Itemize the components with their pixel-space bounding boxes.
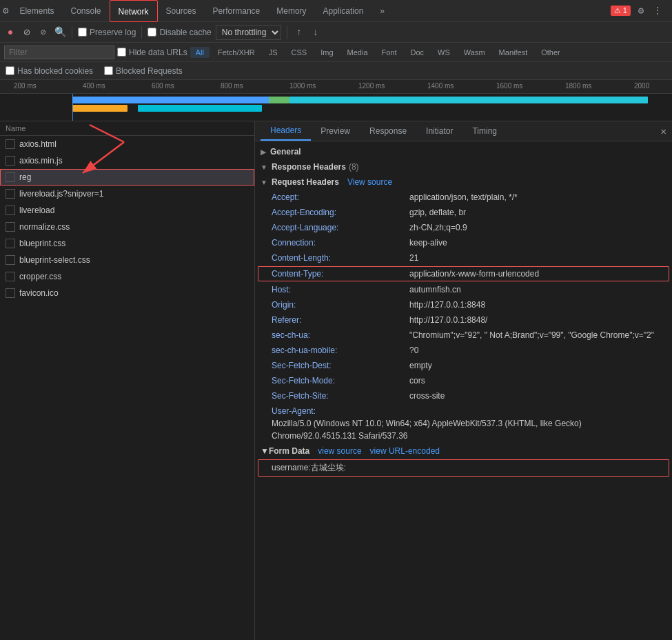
more-options-icon[interactable]: ⋮ <box>651 5 664 17</box>
file-row[interactable]: blueprint-select.css <box>0 252 254 268</box>
blocked-requests-label[interactable]: Blocked Requests <box>104 66 183 76</box>
tab-memory[interactable]: Memory <box>268 0 314 22</box>
blocked-requests-checkbox[interactable] <box>104 66 113 75</box>
file-row-reg[interactable]: reg <box>0 169 254 186</box>
file-list-header: Name <box>0 121 254 136</box>
file-checkbox[interactable] <box>6 272 15 281</box>
details-tab-preview[interactable]: Preview <box>311 122 360 140</box>
hide-data-urls-label[interactable]: Hide data URLs <box>117 48 187 57</box>
form-data-view-source[interactable]: view source <box>318 446 361 456</box>
preserve-log-label[interactable]: Preserve log <box>78 28 136 37</box>
filter-tab-all[interactable]: All <box>190 47 210 58</box>
details-tab-initiator[interactable]: Initiator <box>416 122 462 140</box>
file-checkbox[interactable] <box>6 255 15 265</box>
request-headers-section-header[interactable]: ▼ Request Headers View source <box>255 174 672 190</box>
disable-cache-checkbox[interactable] <box>147 28 156 37</box>
mark-1800: 1800 ms <box>565 82 591 90</box>
file-checkbox[interactable] <box>6 172 15 182</box>
timeline-bar-orange <box>72 105 128 112</box>
tab-performance[interactable]: Performance <box>205 0 269 22</box>
file-checkbox[interactable] <box>6 288 15 298</box>
form-data-view-url-encoded[interactable]: view URL-encoded <box>370 446 440 456</box>
network-toolbar: ● ⊘ ⊘ 🔍 Preserve log Disable cache No th… <box>0 22 672 43</box>
response-headers-section-header[interactable]: ▼ Response Headers (8) <box>255 159 672 174</box>
section-arrow: ▶ <box>261 148 266 156</box>
filter-tab-media[interactable]: Media <box>342 47 374 58</box>
header-row-referer: Referer: http://127.0.0.1:8848/ <box>255 312 672 328</box>
tab-more[interactable]: » <box>371 0 393 22</box>
view-source-link[interactable]: View source <box>347 177 392 187</box>
file-row[interactable]: favicon.ico <box>0 285 254 301</box>
upload-icon[interactable]: ↑ <box>293 26 305 39</box>
clear-button[interactable]: ⊘ <box>21 26 33 39</box>
timeline-container[interactable]: 200 ms 400 ms 600 ms 800 ms 1000 ms 1200… <box>0 80 672 121</box>
file-checkbox[interactable] <box>6 222 15 232</box>
header-row-user-agent: User-Agent: Mozilla/5.0 (Windows NT 10.0… <box>255 403 672 443</box>
filter-tab-js[interactable]: JS <box>263 47 283 58</box>
file-checkbox[interactable] <box>6 156 15 166</box>
tab-sources[interactable]: Sources <box>158 0 205 22</box>
hide-data-urls-checkbox[interactable] <box>117 48 126 57</box>
filter-input[interactable] <box>4 46 114 59</box>
tab-elements[interactable]: Elements <box>11 0 62 22</box>
error-badge[interactable]: ⚠ 1 <box>611 6 631 16</box>
top-tab-bar: ⚙ Elements Console Network Sources Perfo… <box>0 0 672 22</box>
timeline-bar-blue <box>72 97 272 103</box>
filter-tab-font[interactable]: Font <box>376 47 403 58</box>
timeline-cursor <box>72 94 73 121</box>
has-blocked-cookies-label[interactable]: Has blocked cookies <box>6 66 93 76</box>
file-checkbox[interactable] <box>6 239 15 248</box>
section-arrow: ▼ <box>261 179 267 186</box>
filter-tab-fetchxhr[interactable]: Fetch/XHR <box>212 47 261 58</box>
header-row-accept-encoding: Accept-Encoding: gzip, deflate, br <box>255 205 672 220</box>
download-icon[interactable]: ↓ <box>309 26 322 39</box>
file-checkbox[interactable] <box>6 139 15 149</box>
tab-console[interactable]: Console <box>62 0 109 22</box>
file-checkbox[interactable] <box>6 206 15 215</box>
details-tab-response[interactable]: Response <box>360 122 416 140</box>
devtools-icon: ⚙ <box>3 5 8 17</box>
filter-tab-wasm[interactable]: Wasm <box>458 47 491 58</box>
file-row[interactable]: axios.min.js <box>0 152 254 169</box>
search-icon[interactable]: 🔍 <box>54 26 66 39</box>
header-row-sec-ch-ua: sec-ch-ua: "Chromium";v="92", " Not A;Br… <box>255 328 672 343</box>
filter-tab-ws[interactable]: WS <box>432 47 456 58</box>
timeline-bar-teal <box>289 97 648 103</box>
settings-icon[interactable]: ⚙ <box>635 5 647 17</box>
file-row[interactable]: blueprint.css <box>0 235 254 252</box>
filter-tab-img[interactable]: Img <box>315 47 338 58</box>
mark-1200: 1200 ms <box>358 82 385 90</box>
has-blocked-cookies-checkbox[interactable] <box>6 66 14 75</box>
checks-row: Has blocked cookies Blocked Requests <box>0 62 672 80</box>
header-row-sec-fetch-dest: Sec-Fetch-Dest: empty <box>255 358 672 373</box>
file-row[interactable]: normalize.css <box>0 219 254 235</box>
general-section-header[interactable]: ▶ General <box>255 144 672 159</box>
header-row-content-type: Content-Type: application/x-www-form-url… <box>258 266 669 281</box>
details-close-button[interactable]: ✕ <box>661 126 666 137</box>
details-tab-timing[interactable]: Timing <box>462 122 507 140</box>
header-row-origin: Origin: http://127.0.0.1:8848 <box>255 297 672 312</box>
file-checkbox[interactable] <box>6 189 15 199</box>
tab-network[interactable]: Network <box>110 0 158 22</box>
disable-cache-label[interactable]: Disable cache <box>147 28 211 37</box>
timeline-bar-green <box>269 97 289 103</box>
form-data-section-header[interactable]: ▼ Form Data view source view URL-encoded <box>255 443 672 459</box>
main-area: Name axios.html axios.min.js reg liverel… <box>0 121 672 640</box>
file-row[interactable]: cropper.css <box>0 268 254 285</box>
file-row[interactable]: axios.html <box>0 136 254 152</box>
record-button[interactable]: ● <box>4 26 17 39</box>
filter-tab-manifest[interactable]: Manifest <box>493 47 533 58</box>
file-row[interactable]: livereload <box>0 202 254 219</box>
filter-tab-css[interactable]: CSS <box>286 47 313 58</box>
throttle-select[interactable]: No throttling <box>216 25 281 40</box>
tab-application[interactable]: Application <box>315 0 372 22</box>
mark-800: 800 ms <box>221 82 243 90</box>
details-tab-headers[interactable]: Headers <box>261 121 311 141</box>
file-row[interactable]: livereload.js?snipver=1 <box>0 186 254 202</box>
preserve-log-checkbox[interactable] <box>78 28 87 37</box>
mark-600: 600 ms <box>152 82 174 90</box>
filter-tab-doc[interactable]: Doc <box>405 47 430 58</box>
filter-tab-other[interactable]: Other <box>536 47 566 58</box>
filter-icon[interactable]: ⊘ <box>37 26 50 39</box>
mark-1000: 1000 ms <box>289 82 316 90</box>
